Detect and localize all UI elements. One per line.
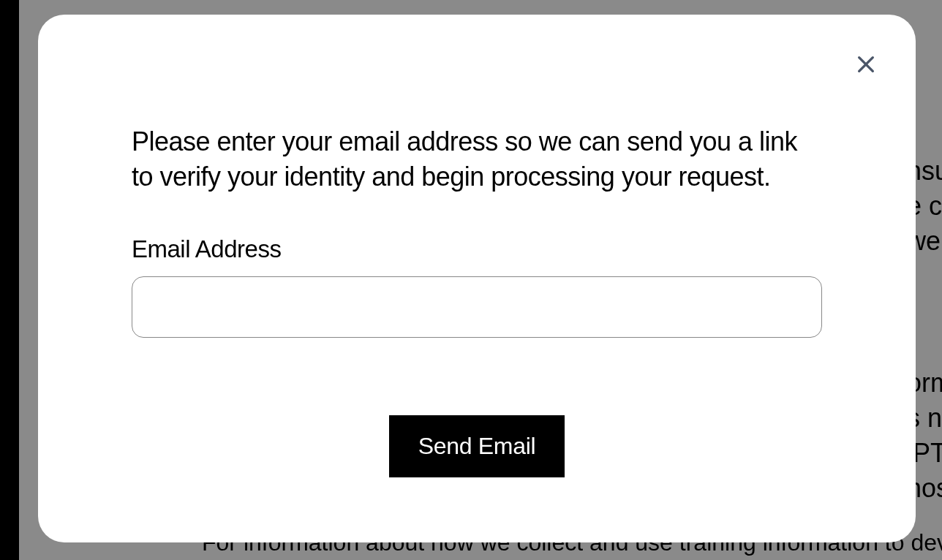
prompt-text: Please enter your email address so we ca… <box>132 124 822 194</box>
close-icon <box>854 53 878 76</box>
send-email-button[interactable]: Send Email <box>389 415 565 477</box>
close-button[interactable] <box>851 50 881 79</box>
button-container: Send Email <box>132 415 822 477</box>
modal-content: Please enter your email address so we ca… <box>75 51 879 477</box>
email-label: Email Address <box>132 235 822 263</box>
email-verification-modal: Please enter your email address so we ca… <box>38 15 916 542</box>
email-input[interactable] <box>132 276 822 338</box>
